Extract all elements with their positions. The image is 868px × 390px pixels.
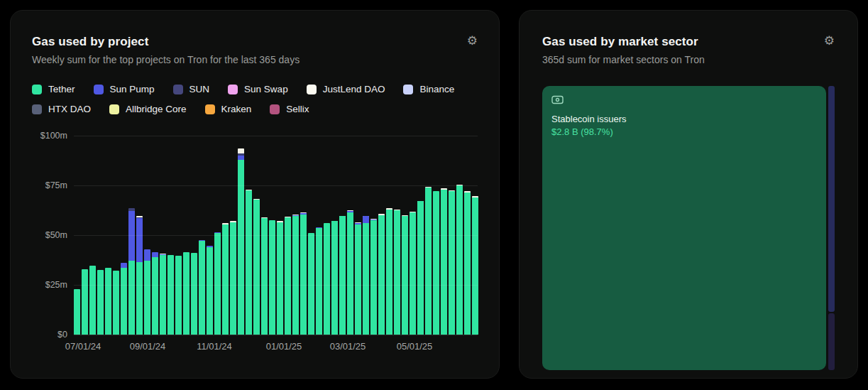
segment-sun-pump	[363, 216, 369, 223]
bar-week-16[interactable]	[191, 253, 197, 335]
segment-tether	[253, 200, 260, 335]
settings-gear-icon[interactable]: ⚙	[467, 35, 478, 47]
bar-week-46[interactable]	[425, 187, 432, 335]
bar-week-9[interactable]	[136, 216, 143, 335]
bar-week-36[interactable]	[347, 210, 353, 335]
bar-week-52[interactable]	[472, 196, 478, 335]
bar-week-8[interactable]	[128, 208, 135, 335]
legend-item-kraken[interactable]: Kraken	[205, 104, 252, 114]
segment-tether	[152, 257, 158, 335]
bar-week-40[interactable]	[378, 214, 385, 335]
settings-gear-icon[interactable]: ⚙	[824, 35, 835, 47]
bar-week-21[interactable]	[230, 221, 236, 335]
segment-tether	[308, 233, 314, 335]
bar-week-17[interactable]	[199, 240, 205, 335]
segment-tether	[222, 224, 229, 335]
legend-item-sun-pump[interactable]: Sun Pump	[94, 84, 155, 94]
bar-week-44[interactable]	[410, 212, 416, 335]
segment-tether	[74, 289, 80, 335]
bar-week-26[interactable]	[269, 220, 275, 335]
plot-area: 07/01/2409/01/2411/01/2401/01/2503/01/25…	[74, 136, 478, 352]
bar-week-33[interactable]	[324, 223, 330, 335]
segment-tether	[121, 268, 127, 335]
bar-week-13[interactable]	[167, 255, 174, 335]
bar-week-11[interactable]	[152, 252, 158, 335]
legend-item-justlend-dao[interactable]: JustLend DAO	[307, 84, 385, 94]
bar-week-45[interactable]	[417, 201, 424, 335]
bar-week-28[interactable]	[285, 217, 291, 335]
segment-tether	[370, 220, 377, 335]
legend-item-tether[interactable]: Tether	[32, 84, 75, 94]
bar-week-7[interactable]	[121, 263, 127, 335]
segment-tether	[300, 215, 307, 335]
bar-week-5[interactable]	[105, 268, 111, 335]
bar-week-24[interactable]	[253, 199, 260, 335]
gridline	[74, 235, 478, 236]
bar-week-42[interactable]	[394, 210, 400, 335]
bar-week-39[interactable]	[370, 219, 377, 335]
bar-week-27[interactable]	[277, 221, 283, 335]
banknote-icon	[551, 95, 564, 104]
bar-week-23[interactable]	[246, 190, 252, 335]
bar-week-30[interactable]	[300, 212, 307, 335]
card-title: Gas used by project	[32, 35, 300, 49]
bar-week-49[interactable]	[449, 190, 455, 335]
segment-tether	[160, 255, 166, 335]
bar-week-2[interactable]	[82, 269, 88, 335]
legend-item-sellix[interactable]: Sellix	[270, 104, 309, 114]
bar-week-22[interactable]	[238, 148, 244, 335]
legend-item-sun-swap[interactable]: Sun Swap	[228, 84, 288, 94]
bar-week-10[interactable]	[144, 249, 150, 335]
segment-tether	[105, 268, 111, 335]
bar-week-48[interactable]	[441, 188, 447, 335]
bar-week-4[interactable]	[97, 270, 104, 335]
gridline	[74, 185, 478, 186]
bar-week-29[interactable]	[292, 215, 299, 335]
bar-week-3[interactable]	[89, 266, 96, 335]
legend-swatch	[94, 85, 104, 94]
bar-week-12[interactable]	[160, 254, 166, 335]
bar-week-43[interactable]	[402, 215, 408, 335]
bar-week-14[interactable]	[175, 256, 182, 335]
segment-tether	[207, 247, 213, 335]
x-tick-label: 01/01/25	[266, 341, 302, 352]
legend-item-allbridge-core[interactable]: Allbridge Core	[109, 104, 187, 114]
bar-week-20[interactable]	[222, 223, 229, 335]
bar-week-31[interactable]	[308, 233, 314, 335]
segment-sun-pump	[144, 249, 150, 261]
legend-item-htx-dao[interactable]: HTX DAO	[32, 104, 91, 114]
segment-sun-pump	[136, 218, 143, 262]
legend-swatch	[205, 104, 215, 114]
bar-week-38[interactable]	[363, 216, 369, 335]
bar-week-15[interactable]	[183, 252, 189, 335]
bar-week-19[interactable]	[214, 232, 221, 335]
bar-week-51[interactable]	[464, 191, 471, 335]
bar-week-47[interactable]	[433, 191, 439, 335]
segment-tether	[425, 188, 432, 335]
treemap-block-value: $2.8 B (98.7%)	[551, 126, 817, 137]
segment-tether	[214, 233, 221, 335]
legend-item-sun[interactable]: SUN	[173, 84, 210, 94]
segment-sun-pump	[121, 263, 127, 268]
segment-tether	[324, 223, 330, 335]
segment-tether	[292, 216, 299, 335]
legend-item-binance[interactable]: Binance	[403, 84, 454, 94]
bar-week-35[interactable]	[339, 216, 346, 335]
legend-label: HTX DAO	[48, 104, 91, 114]
bar-week-1[interactable]	[74, 289, 80, 335]
bar-week-32[interactable]	[316, 227, 322, 335]
bar-week-37[interactable]	[355, 222, 361, 335]
bar-week-41[interactable]	[386, 208, 392, 335]
legend-swatch	[32, 104, 42, 114]
x-tick-label: 03/01/25	[330, 341, 366, 352]
bar-week-50[interactable]	[456, 185, 463, 335]
treemap-sector-sliver-1[interactable]	[828, 86, 835, 312]
bar-week-6[interactable]	[113, 271, 119, 335]
treemap-sector-sliver-2[interactable]	[828, 313, 835, 370]
bar-week-18[interactable]	[207, 246, 213, 335]
y-tick-label: $0	[57, 330, 67, 340]
treemap-block-stablecoin-issuers[interactable]: Stablecoin issuers $2.8 B (98.7%)	[542, 86, 826, 370]
segment-tether	[456, 185, 463, 335]
legend-label: JustLend DAO	[323, 84, 385, 94]
bar-week-34[interactable]	[331, 221, 338, 335]
